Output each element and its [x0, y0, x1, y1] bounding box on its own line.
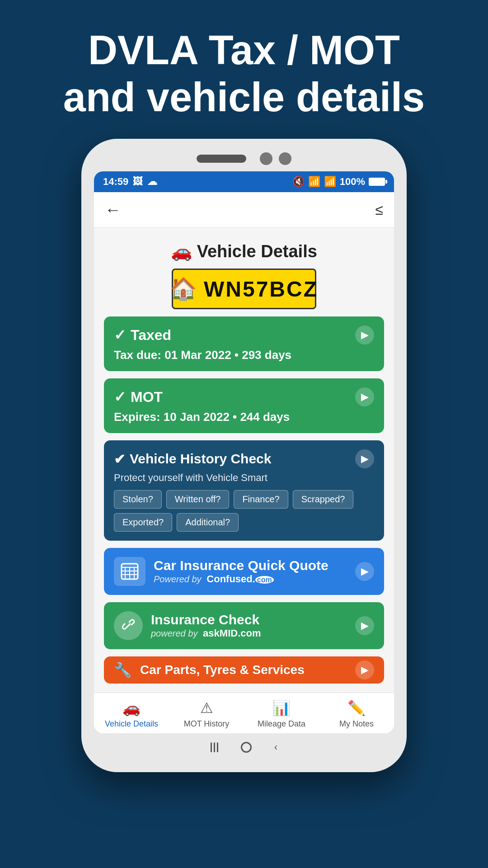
status-cloud-icon: ☁: [147, 176, 157, 188]
nav-vehicle-details-icon: 🚗: [122, 699, 141, 717]
history-tags-row: Stolen? Written off? Finance? Scrapped? …: [114, 490, 374, 532]
nav-vehicle-details[interactable]: 🚗 Vehicle Details: [94, 699, 169, 729]
car-icon: 🚗: [171, 242, 192, 261]
tax-card[interactable]: ✓ Taxed ▶ Tax due: 01 Mar 2022 • 293 day…: [104, 316, 384, 371]
tax-check-icon: ✓: [114, 326, 126, 344]
history-subtitle: Protect yourself with Vehicle Smart: [114, 472, 374, 484]
app-bar: ← ≤: [94, 192, 394, 228]
history-arrow[interactable]: ▶: [355, 449, 374, 468]
gesture-home: [241, 742, 252, 753]
tag-stolen[interactable]: Stolen?: [114, 490, 162, 509]
phone-frame: 14:59 🖼 ☁ 🔇 📶 📶 100% ← ≤: [81, 139, 407, 772]
nav-mot-history-icon: ⚠: [200, 699, 213, 717]
back-button[interactable]: ←: [105, 200, 121, 219]
insurance-link-icon: [114, 611, 143, 640]
nav-notes-label: My Notes: [339, 719, 374, 729]
car-insurance-powered: Powered by Confused.com: [154, 573, 347, 585]
mot-check-icon: ✓: [114, 388, 126, 406]
car-insurance-arrow[interactable]: ▶: [355, 562, 374, 581]
phone-top: [94, 152, 394, 165]
nav-vehicle-details-label: Vehicle Details: [105, 719, 158, 729]
status-battery-pct: 100%: [340, 176, 365, 188]
status-wifi-icon: 📶: [308, 176, 320, 188]
page-header-title: DVLA Tax / MOT and vehicle details: [36, 27, 452, 121]
phone-camera-2: [279, 152, 291, 165]
share-button[interactable]: ≤: [375, 202, 383, 218]
insurance-check-title: Insurance Check: [151, 612, 347, 627]
tag-written-off[interactable]: Written off?: [166, 490, 230, 509]
status-bar: 14:59 🖼 ☁ 🔇 📶 📶 100%: [94, 171, 394, 192]
battery-icon: [369, 178, 385, 186]
car-insurance-title: Car Insurance Quick Quote: [154, 558, 347, 573]
askmid-brand: askMID.com: [200, 627, 261, 639]
tag-finance[interactable]: Finance?: [234, 490, 288, 509]
page-header: DVLA Tax / MOT and vehicle details: [0, 0, 488, 139]
tax-title: Taxed: [131, 327, 171, 344]
status-photo-icon: 🖼: [133, 176, 143, 188]
tax-arrow[interactable]: ▶: [355, 326, 374, 344]
nav-mot-history-label: MOT History: [184, 719, 230, 729]
content-area: 🚗 Vehicle Details 🏠 WN57BCZ ✓: [94, 228, 394, 693]
tag-exported[interactable]: Exported?: [114, 513, 172, 532]
status-signal-icon: 📶: [324, 176, 336, 188]
nav-mot-history[interactable]: ⚠ MOT History: [169, 699, 244, 729]
mot-expiry: Expires: 10 Jan 2022 • 244 days: [114, 410, 374, 424]
nav-notes-icon: ✏️: [347, 699, 366, 717]
car-insurance-icon: [114, 557, 145, 586]
insurance-check-powered: powered by askMID.com: [151, 627, 347, 639]
plate-value: WN57BCZ: [204, 277, 318, 302]
bottom-nav: 🚗 Vehicle Details ⚠ MOT History 📊 Mileag…: [94, 693, 394, 733]
history-title: Vehicle History Check: [130, 451, 271, 467]
phone-cameras: [260, 152, 291, 165]
phone-bottom: ‹: [94, 733, 394, 760]
gesture-back: ‹: [274, 741, 277, 753]
insurance-check-card[interactable]: Insurance Check powered by askMID.com ▶: [104, 602, 384, 649]
gesture-lines: [211, 742, 218, 752]
insurance-check-arrow[interactable]: ▶: [355, 616, 374, 635]
status-mute-icon: 🔇: [292, 176, 305, 188]
vehicle-details-title: 🚗 Vehicle Details: [104, 241, 384, 261]
phone-camera-1: [260, 152, 272, 165]
mot-card[interactable]: ✓ MOT ▶ Expires: 10 Jan 2022 • 244 days: [104, 378, 384, 433]
plate-garage-icon: 🏠: [170, 276, 198, 302]
nav-mileage-label: Mileage Data: [258, 719, 305, 729]
car-parts-card[interactable]: 🔧 Car Parts, Tyres & Services ▶: [104, 656, 384, 684]
mot-title: MOT: [131, 389, 163, 406]
car-parts-arrow[interactable]: ▶: [355, 660, 374, 679]
car-parts-icon: 🔧: [114, 661, 132, 679]
history-shield-icon: ✔: [114, 451, 125, 467]
car-parts-title: Car Parts, Tyres & Services: [140, 663, 347, 677]
tag-additional[interactable]: Additional?: [177, 513, 239, 532]
vehicle-history-card[interactable]: ✔ Vehicle History Check ▶ Protect yourse…: [104, 440, 384, 541]
car-insurance-card[interactable]: Car Insurance Quick Quote Powered by Con…: [104, 548, 384, 595]
mot-arrow[interactable]: ▶: [355, 387, 374, 406]
tag-scrapped[interactable]: Scrapped?: [293, 490, 354, 509]
tax-due-date: Tax due: 01 Mar 2022 • 293 days: [114, 348, 374, 362]
confused-brand: Confused.com: [204, 573, 274, 585]
phone-screen: 14:59 🖼 ☁ 🔇 📶 📶 100% ← ≤: [94, 171, 394, 733]
vehicle-details-title-section: 🚗 Vehicle Details: [104, 237, 384, 261]
status-time: 14:59: [103, 176, 128, 188]
nav-my-notes[interactable]: ✏️ My Notes: [319, 699, 394, 729]
number-plate: 🏠 WN57BCZ: [172, 269, 316, 309]
nav-mileage-icon: 📊: [272, 699, 291, 717]
nav-mileage-data[interactable]: 📊 Mileage Data: [244, 699, 319, 729]
phone-speaker: [197, 155, 246, 163]
